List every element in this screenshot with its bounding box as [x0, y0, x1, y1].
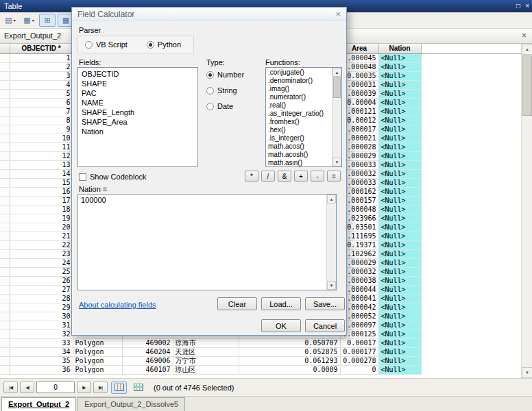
cell-nation[interactable]: <Null> — [378, 249, 421, 258]
show-codeblock-checkbox[interactable]: Show Codeblock — [79, 173, 147, 181]
cell-objectid[interactable]: 29 — [10, 303, 73, 312]
cell-objectid[interactable]: 2 — [10, 62, 73, 71]
row-selector[interactable] — [0, 329, 10, 338]
parser-radio-vb-script[interactable]: VB Script — [85, 40, 128, 49]
restore-window-button[interactable]: □ — [516, 3, 520, 10]
cell-shape[interactable]: Polygon — [73, 347, 122, 356]
row-selector[interactable] — [0, 151, 10, 160]
scroll-up-icon[interactable]: ▲ — [327, 195, 336, 203]
cell-objectid[interactable]: 28 — [10, 294, 73, 303]
cell-objectid[interactable]: 20 — [10, 223, 73, 232]
cell-pac[interactable]: 469002 — [122, 338, 173, 347]
select-all-header[interactable] — [0, 44, 10, 53]
cell-nation[interactable]: <Null> — [378, 71, 421, 80]
cell-objectid[interactable]: 10 — [10, 134, 73, 142]
cell-objectid[interactable]: 34 — [10, 347, 73, 356]
scroll-up-icon[interactable]: ▲ — [522, 44, 532, 55]
row-selector[interactable] — [0, 71, 10, 80]
close-table-icon[interactable]: × — [522, 29, 527, 43]
ok-button[interactable]: OK — [261, 319, 301, 332]
row-selector[interactable] — [0, 134, 10, 142]
functions-scrollbar[interactable]: ▲ ▼ — [332, 68, 341, 166]
cell-area[interactable]: 0.000278 — [340, 356, 378, 365]
field-item[interactable]: Nation — [78, 127, 197, 136]
scroll-down-icon[interactable]: ▼ — [522, 367, 532, 378]
type-radio-number[interactable]: Number — [206, 71, 244, 79]
cell-objectid[interactable]: 22 — [10, 240, 73, 249]
row-selector[interactable] — [0, 312, 10, 321]
cell-nation[interactable]: <Null> — [378, 151, 421, 160]
field-item[interactable]: OBJECTID — [78, 69, 197, 79]
cell-nation[interactable]: <Null> — [378, 240, 421, 249]
row-selector[interactable] — [0, 365, 10, 374]
row-selector[interactable] — [0, 142, 10, 151]
row-selector[interactable] — [0, 187, 10, 196]
cell-nation[interactable]: <Null> — [378, 116, 421, 125]
operator-button[interactable]: / — [261, 171, 275, 182]
cell-objectid[interactable]: 27 — [10, 285, 73, 294]
expression-scrollbar[interactable]: ▲ ▼ — [326, 195, 336, 290]
cell-shape-area[interactable]: 0.0009 — [239, 365, 340, 374]
cell-nation[interactable]: <Null> — [378, 160, 421, 169]
row-selector[interactable] — [0, 249, 10, 258]
cell-objectid[interactable]: 25 — [10, 267, 73, 276]
cell-shape-area[interactable]: 0.052875 — [239, 347, 340, 356]
operator-button[interactable]: = — [327, 171, 341, 182]
function-item[interactable]: .imag() — [266, 85, 332, 93]
cell-nation[interactable]: <Null> — [378, 62, 421, 71]
cell-objectid[interactable]: 6 — [10, 98, 73, 107]
type-radio-string[interactable]: String — [206, 86, 244, 95]
table-vertical-scrollbar[interactable]: ▲ ▼ — [521, 44, 532, 378]
fields-list[interactable]: OBJECTIDSHAPEPACNAMESHAPE_LengthSHAPE_Ar… — [77, 67, 198, 167]
type-radio-date[interactable]: Date — [206, 102, 244, 110]
row-selector[interactable] — [0, 89, 10, 98]
parser-radio-python[interactable]: Python — [147, 40, 181, 49]
cell-objectid[interactable]: 13 — [10, 160, 73, 169]
cell-nation[interactable]: <Null> — [378, 267, 421, 276]
cell-objectid[interactable]: 31 — [10, 321, 73, 329]
cancel-button[interactable]: Cancel — [305, 319, 345, 332]
cell-nation[interactable]: <Null> — [378, 223, 421, 232]
row-selector[interactable] — [0, 294, 10, 303]
cell-objectid[interactable]: 33 — [10, 338, 73, 347]
function-item[interactable]: math.acosh() — [266, 151, 332, 159]
save-button[interactable]: Save... — [305, 297, 345, 310]
cell-objectid[interactable]: 35 — [10, 356, 73, 365]
record-number-input[interactable] — [36, 382, 75, 393]
cell-nation[interactable]: <Null> — [378, 276, 421, 285]
show-all-records-button[interactable] — [111, 382, 127, 394]
cell-objectid[interactable]: 24 — [10, 258, 73, 267]
row-selector[interactable] — [0, 285, 10, 294]
cell-nation[interactable]: <Null> — [378, 178, 421, 187]
row-selector[interactable] — [0, 62, 10, 71]
table-options-button[interactable]: ▤▾ — [2, 14, 19, 27]
row-selector[interactable] — [0, 303, 10, 312]
scroll-up-icon[interactable]: ▲ — [332, 68, 341, 77]
cell-nation[interactable]: <Null> — [378, 232, 421, 240]
cell-nation[interactable]: <Null> — [378, 338, 421, 347]
row-selector[interactable] — [0, 267, 10, 276]
operator-button[interactable]: & — [278, 171, 291, 182]
cell-objectid[interactable]: 30 — [10, 312, 73, 321]
function-item[interactable]: .is_integer() — [266, 134, 332, 142]
clear-button[interactable]: Clear — [217, 297, 257, 310]
cell-nation[interactable]: <Null> — [378, 98, 421, 107]
cell-nation[interactable]: <Null> — [378, 53, 421, 62]
operator-button[interactable]: + — [294, 171, 308, 182]
cell-objectid[interactable]: 1 — [10, 53, 73, 62]
cell-objectid[interactable]: 23 — [10, 249, 73, 258]
row-selector[interactable] — [0, 338, 10, 347]
cell-nation[interactable]: <Null> — [378, 80, 421, 89]
table-menu-button[interactable]: ▦▾ — [21, 14, 37, 27]
row-selector[interactable] — [0, 98, 10, 107]
row-selector[interactable] — [0, 276, 10, 285]
field-item[interactable]: SHAPE_Area — [78, 117, 197, 127]
cell-objectid[interactable]: 16 — [10, 187, 73, 196]
field-item[interactable]: NAME — [78, 98, 197, 108]
load-button[interactable]: Load... — [261, 297, 301, 310]
cell-nation[interactable]: <Null> — [378, 329, 421, 338]
cell-nation[interactable]: <Null> — [378, 321, 421, 329]
row-selector[interactable] — [0, 116, 10, 125]
row-selector[interactable] — [0, 196, 10, 205]
cell-name[interactable]: 琼海市 — [173, 338, 239, 347]
